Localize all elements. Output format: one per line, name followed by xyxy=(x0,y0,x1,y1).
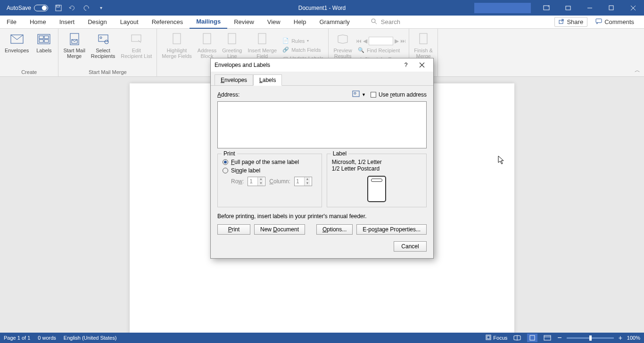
tab-mailings[interactable]: Mailings xyxy=(190,16,227,29)
window-maximize-icon[interactable] xyxy=(601,0,622,16)
address-input[interactable] xyxy=(217,101,427,148)
epostage-button[interactable]: E-postage Properties... xyxy=(356,224,427,235)
window-minimize-icon[interactable] xyxy=(579,0,601,16)
label-group[interactable]: Label Microsoft, 1/2 Letter 1/2 Letter P… xyxy=(327,154,427,207)
next-record-icon[interactable]: ▶ xyxy=(395,38,399,44)
share-button[interactable]: Share xyxy=(554,17,587,27)
comments-button[interactable]: Comments xyxy=(591,17,638,27)
label-product: 1/2 Letter Postcard xyxy=(332,165,421,172)
print-layout-icon[interactable] xyxy=(527,334,537,342)
finish-icon xyxy=(416,32,431,47)
start-mail-merge-button[interactable]: Start Mail Merge xyxy=(61,31,87,68)
window-close-icon[interactable] xyxy=(622,0,644,16)
spinner-down-icon[interactable]: ▼ xyxy=(305,181,310,186)
web-layout-icon[interactable] xyxy=(542,334,553,342)
last-record-icon[interactable]: ⏭ xyxy=(400,38,406,44)
checkbox-icon xyxy=(371,92,376,98)
ribbon-group-create: Envelopes Labels Create xyxy=(0,29,58,76)
tab-labels[interactable]: Labels xyxy=(253,74,282,86)
svg-rect-28 xyxy=(420,33,427,44)
collapse-ribbon-icon[interactable]: ︿ xyxy=(635,66,640,74)
tab-insert[interactable]: Insert xyxy=(53,16,82,29)
cancel-button[interactable]: Cancel xyxy=(394,241,427,252)
dialog-close-icon[interactable] xyxy=(414,59,429,71)
first-record-icon[interactable]: ⏮ xyxy=(356,38,362,44)
envelopes-and-labels-dialog: Envelopes and Labels ? Envelopes Labels … xyxy=(210,58,434,259)
address-block-icon xyxy=(199,32,215,47)
account-button[interactable] xyxy=(474,3,531,13)
print-button[interactable]: Print xyxy=(217,224,250,235)
language-indicator[interactable]: English (United States) xyxy=(64,335,117,341)
svg-point-8 xyxy=(372,19,375,23)
window-fullscreen-icon[interactable] xyxy=(557,0,579,16)
word-count[interactable]: 0 words xyxy=(38,335,56,341)
select-recipients-button[interactable]: Select Recipients xyxy=(89,31,117,68)
full-page-radio[interactable]: Full page of the same label xyxy=(223,159,317,165)
row-input[interactable] xyxy=(248,178,257,185)
svg-rect-1 xyxy=(57,5,59,7)
edit-list-icon xyxy=(129,32,144,47)
tab-file[interactable]: File xyxy=(0,16,23,29)
find-recipient-button[interactable]: 🔍Find Recipient xyxy=(356,46,406,54)
spinner-up-icon[interactable]: ▲ xyxy=(305,177,310,181)
dialog-titlebar[interactable]: Envelopes and Labels ? xyxy=(211,58,433,72)
spinner-down-icon[interactable]: ▼ xyxy=(258,181,264,186)
tab-layout[interactable]: Layout xyxy=(114,16,145,29)
tab-grammarly[interactable]: Grammarly xyxy=(313,16,356,29)
preview-icon xyxy=(335,32,350,47)
prev-record-icon[interactable]: ◀ xyxy=(363,38,367,44)
record-number-input[interactable] xyxy=(369,37,393,45)
column-spinner[interactable]: ▲▼ xyxy=(294,177,312,186)
spinner-up-icon[interactable]: ▲ xyxy=(258,177,264,181)
dialog-help-icon[interactable]: ? xyxy=(398,59,413,71)
page-indicator[interactable]: Page 1 of 1 xyxy=(4,335,30,341)
tab-design[interactable]: Design xyxy=(81,16,113,29)
qat-customize-icon[interactable]: ▾ xyxy=(97,4,105,12)
ribbon-display-icon[interactable] xyxy=(536,0,557,16)
row-spinner[interactable]: ▲▼ xyxy=(248,177,265,186)
new-document-button[interactable]: New Document xyxy=(254,224,305,235)
focus-mode-button[interactable]: Focus xyxy=(486,335,507,341)
zoom-level[interactable]: 100% xyxy=(627,335,640,341)
edit-recipient-list-button[interactable]: Edit Recipient List xyxy=(119,31,154,68)
svg-rect-36 xyxy=(544,335,551,340)
envelopes-button[interactable]: Envelopes xyxy=(3,31,31,68)
recipients-icon xyxy=(96,32,111,47)
address-book-button[interactable]: ▼ xyxy=(352,90,366,98)
match-icon: 🔗 xyxy=(282,47,289,53)
tab-references[interactable]: References xyxy=(145,16,190,29)
dialog-title: Envelopes and Labels xyxy=(215,62,270,68)
column-input[interactable] xyxy=(295,178,304,185)
address-book-icon xyxy=(352,90,361,98)
tab-review[interactable]: Review xyxy=(227,16,261,29)
tab-home[interactable]: Home xyxy=(23,16,53,29)
options-button[interactable]: Options... xyxy=(316,224,353,235)
svg-rect-26 xyxy=(228,33,236,44)
highlight-merge-fields-button[interactable]: Highlight Merge Fields xyxy=(160,31,194,68)
tab-view[interactable]: View xyxy=(261,16,287,29)
match-fields-button[interactable]: 🔗Match Fields xyxy=(281,46,325,54)
document-title: Document1 - Word xyxy=(298,5,346,11)
autosave-toggle[interactable]: AutoSave Off xyxy=(7,5,48,11)
chevron-down-icon: ▾ xyxy=(307,39,309,43)
row-label: Row: xyxy=(231,178,244,185)
zoom-out-button[interactable]: − xyxy=(557,335,561,340)
redo-icon[interactable] xyxy=(83,4,91,12)
save-icon[interactable] xyxy=(55,4,62,12)
rules-button[interactable]: 📄Rules▾ xyxy=(281,37,325,45)
zoom-slider[interactable] xyxy=(567,337,614,339)
mail-merge-icon xyxy=(67,32,82,47)
read-mode-icon[interactable] xyxy=(512,334,522,342)
insert-field-icon xyxy=(255,32,270,47)
print-group: Print Full page of the same label Single… xyxy=(217,154,322,207)
zoom-in-button[interactable]: + xyxy=(619,335,622,340)
tab-envelopes[interactable]: Envelopes xyxy=(215,74,253,86)
labels-button[interactable]: Labels xyxy=(33,31,55,68)
svg-rect-5 xyxy=(609,6,613,10)
use-return-address-checkbox[interactable]: Use return address xyxy=(371,91,427,98)
search-box[interactable]: Search xyxy=(371,18,400,26)
tab-help[interactable]: Help xyxy=(287,16,313,29)
undo-icon[interactable] xyxy=(69,4,76,12)
labels-icon xyxy=(36,32,51,47)
single-label-radio[interactable]: Single label xyxy=(223,167,317,174)
